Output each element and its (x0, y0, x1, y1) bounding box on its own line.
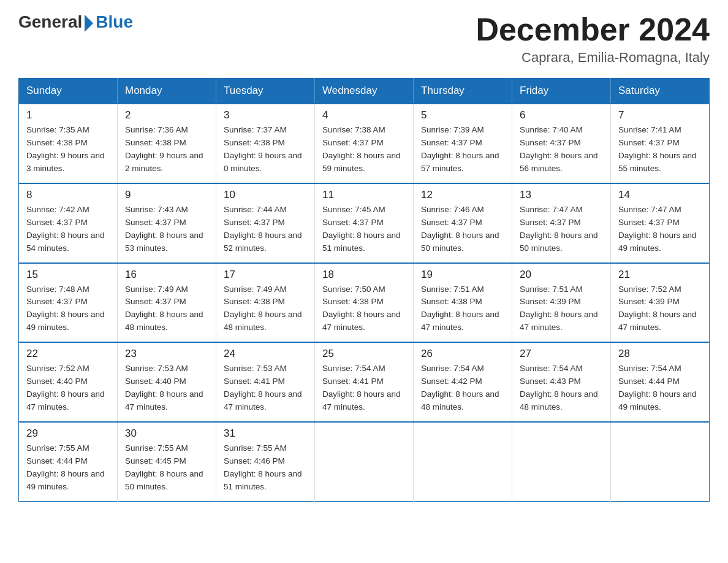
day-header-tuesday: Tuesday (216, 79, 315, 104)
day-header-monday: Monday (118, 79, 216, 104)
calendar-cell: 28Sunrise: 7:54 AMSunset: 4:44 PMDayligh… (611, 342, 710, 422)
day-number: 21 (618, 269, 702, 281)
calendar-cell: 15Sunrise: 7:48 AMSunset: 4:37 PMDayligh… (19, 263, 118, 343)
day-number: 30 (125, 427, 208, 440)
location-subtitle: Caprara, Emilia-Romagna, Italy (476, 50, 710, 66)
logo-arrow-icon (85, 15, 93, 32)
calendar-week-row: 29Sunrise: 7:55 AMSunset: 4:44 PMDayligh… (19, 422, 710, 501)
day-info: Sunrise: 7:51 AMSunset: 4:38 PMDaylight:… (421, 283, 504, 335)
day-number: 7 (618, 109, 702, 121)
day-number: 17 (224, 269, 307, 281)
calendar-cell: 26Sunrise: 7:54 AMSunset: 4:42 PMDayligh… (414, 342, 512, 422)
calendar-week-row: 8Sunrise: 7:42 AMSunset: 4:37 PMDaylight… (19, 183, 710, 263)
calendar-cell: 25Sunrise: 7:54 AMSunset: 4:41 PMDayligh… (315, 342, 414, 422)
day-number: 6 (520, 109, 603, 121)
calendar-cell: 20Sunrise: 7:51 AMSunset: 4:39 PMDayligh… (512, 263, 611, 343)
day-info: Sunrise: 7:54 AMSunset: 4:42 PMDaylight:… (421, 362, 504, 414)
day-header-sunday: Sunday (19, 79, 118, 104)
day-info: Sunrise: 7:47 AMSunset: 4:37 PMDaylight:… (520, 204, 603, 255)
calendar-cell: 1Sunrise: 7:35 AMSunset: 4:38 PMDaylight… (19, 104, 118, 183)
day-info: Sunrise: 7:54 AMSunset: 4:41 PMDaylight:… (322, 362, 406, 414)
day-info: Sunrise: 7:49 AMSunset: 4:38 PMDaylight:… (224, 283, 307, 335)
day-info: Sunrise: 7:49 AMSunset: 4:37 PMDaylight:… (125, 283, 208, 335)
day-info: Sunrise: 7:55 AMSunset: 4:45 PMDaylight:… (125, 442, 208, 494)
calendar-cell: 3Sunrise: 7:37 AMSunset: 4:38 PMDaylight… (216, 104, 315, 183)
page-header: General Blue December 2024 Caprara, Emil… (18, 12, 710, 66)
day-info: Sunrise: 7:53 AMSunset: 4:40 PMDaylight:… (125, 362, 208, 414)
calendar-cell: 10Sunrise: 7:44 AMSunset: 4:37 PMDayligh… (216, 183, 315, 263)
calendar-week-row: 22Sunrise: 7:52 AMSunset: 4:40 PMDayligh… (19, 342, 710, 422)
calendar-body: 1Sunrise: 7:35 AMSunset: 4:38 PMDaylight… (19, 104, 710, 501)
day-number: 19 (421, 269, 504, 281)
day-number: 28 (618, 348, 702, 360)
day-number: 26 (421, 348, 504, 360)
day-info: Sunrise: 7:55 AMSunset: 4:46 PMDaylight:… (224, 442, 307, 494)
day-number: 9 (125, 189, 208, 201)
calendar-cell: 24Sunrise: 7:53 AMSunset: 4:41 PMDayligh… (216, 342, 315, 422)
calendar-header: SundayMondayTuesdayWednesdayThursdayFrid… (19, 79, 710, 104)
day-number: 5 (421, 109, 504, 121)
day-info: Sunrise: 7:54 AMSunset: 4:43 PMDaylight:… (520, 362, 603, 414)
calendar-cell: 8Sunrise: 7:42 AMSunset: 4:37 PMDaylight… (19, 183, 118, 263)
day-info: Sunrise: 7:36 AMSunset: 4:38 PMDaylight:… (125, 124, 208, 175)
calendar-cell: 6Sunrise: 7:40 AMSunset: 4:37 PMDaylight… (512, 104, 611, 183)
calendar-cell: 21Sunrise: 7:52 AMSunset: 4:39 PMDayligh… (611, 263, 710, 343)
calendar-week-row: 15Sunrise: 7:48 AMSunset: 4:37 PMDayligh… (19, 263, 710, 343)
day-number: 18 (322, 269, 406, 281)
logo-blue-text: Blue (96, 12, 133, 32)
calendar-cell: 13Sunrise: 7:47 AMSunset: 4:37 PMDayligh… (512, 183, 611, 263)
day-info: Sunrise: 7:52 AMSunset: 4:40 PMDaylight:… (26, 362, 110, 414)
day-info: Sunrise: 7:46 AMSunset: 4:37 PMDaylight:… (421, 204, 504, 255)
day-number: 25 (322, 348, 406, 360)
calendar-cell: 16Sunrise: 7:49 AMSunset: 4:37 PMDayligh… (118, 263, 216, 343)
day-number: 4 (322, 109, 406, 121)
calendar-cell: 4Sunrise: 7:38 AMSunset: 4:37 PMDaylight… (315, 104, 414, 183)
day-info: Sunrise: 7:43 AMSunset: 4:37 PMDaylight:… (125, 204, 208, 255)
logo-general-text: General (18, 12, 82, 32)
calendar-week-row: 1Sunrise: 7:35 AMSunset: 4:38 PMDaylight… (19, 104, 710, 183)
day-number: 11 (322, 189, 406, 201)
calendar-cell: 31Sunrise: 7:55 AMSunset: 4:46 PMDayligh… (216, 422, 315, 501)
day-number: 22 (26, 348, 110, 360)
calendar-cell: 7Sunrise: 7:41 AMSunset: 4:37 PMDaylight… (611, 104, 710, 183)
day-number: 20 (520, 269, 603, 281)
day-info: Sunrise: 7:54 AMSunset: 4:44 PMDaylight:… (618, 362, 702, 414)
calendar-cell (414, 422, 512, 501)
calendar-cell: 22Sunrise: 7:52 AMSunset: 4:40 PMDayligh… (19, 342, 118, 422)
day-header-wednesday: Wednesday (315, 79, 414, 104)
day-header-saturday: Saturday (611, 79, 710, 104)
day-number: 14 (618, 189, 702, 201)
calendar-cell: 18Sunrise: 7:50 AMSunset: 4:38 PMDayligh… (315, 263, 414, 343)
calendar-cell: 9Sunrise: 7:43 AMSunset: 4:37 PMDaylight… (118, 183, 216, 263)
day-info: Sunrise: 7:51 AMSunset: 4:39 PMDaylight:… (520, 283, 603, 335)
day-info: Sunrise: 7:41 AMSunset: 4:37 PMDaylight:… (618, 124, 702, 175)
day-info: Sunrise: 7:42 AMSunset: 4:37 PMDaylight:… (26, 204, 110, 255)
day-number: 29 (26, 427, 110, 440)
calendar-cell: 30Sunrise: 7:55 AMSunset: 4:45 PMDayligh… (118, 422, 216, 501)
day-number: 27 (520, 348, 603, 360)
day-number: 15 (26, 269, 110, 281)
calendar-cell: 12Sunrise: 7:46 AMSunset: 4:37 PMDayligh… (414, 183, 512, 263)
day-number: 31 (224, 427, 307, 440)
calendar-cell (315, 422, 414, 501)
day-info: Sunrise: 7:47 AMSunset: 4:37 PMDaylight:… (618, 204, 702, 255)
day-info: Sunrise: 7:44 AMSunset: 4:37 PMDaylight:… (224, 204, 307, 255)
day-info: Sunrise: 7:45 AMSunset: 4:37 PMDaylight:… (322, 204, 406, 255)
day-number: 8 (26, 189, 110, 201)
day-info: Sunrise: 7:52 AMSunset: 4:39 PMDaylight:… (618, 283, 702, 335)
calendar-cell: 2Sunrise: 7:36 AMSunset: 4:38 PMDaylight… (118, 104, 216, 183)
day-info: Sunrise: 7:48 AMSunset: 4:37 PMDaylight:… (26, 283, 110, 335)
day-info: Sunrise: 7:53 AMSunset: 4:41 PMDaylight:… (224, 362, 307, 414)
day-number: 23 (125, 348, 208, 360)
day-number: 16 (125, 269, 208, 281)
day-number: 13 (520, 189, 603, 201)
day-number: 24 (224, 348, 307, 360)
logo: General Blue (18, 12, 133, 32)
day-header-friday: Friday (512, 79, 611, 104)
calendar-cell: 5Sunrise: 7:39 AMSunset: 4:37 PMDaylight… (414, 104, 512, 183)
calendar-cell: 11Sunrise: 7:45 AMSunset: 4:37 PMDayligh… (315, 183, 414, 263)
calendar-cell: 23Sunrise: 7:53 AMSunset: 4:40 PMDayligh… (118, 342, 216, 422)
day-info: Sunrise: 7:40 AMSunset: 4:37 PMDaylight:… (520, 124, 603, 175)
day-number: 3 (224, 109, 307, 121)
calendar-table: SundayMondayTuesdayWednesdayThursdayFrid… (18, 78, 710, 501)
